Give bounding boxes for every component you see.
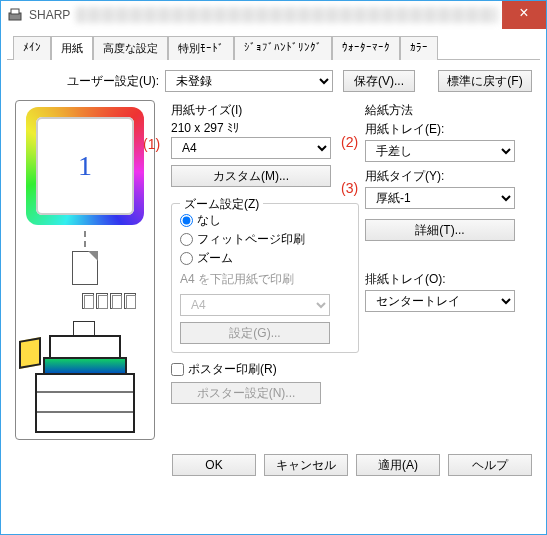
paper-type-label: 用紙タイプ(Y): [365, 168, 532, 185]
zoom-hint: A4 を下記用紙で印刷 [180, 271, 350, 288]
ok-button[interactable]: OK [172, 454, 256, 476]
help-button[interactable]: ヘルプ [448, 454, 532, 476]
paper-size-label: 用紙サイズ(I) [171, 102, 359, 119]
save-button[interactable]: 保存(V)... [343, 70, 415, 92]
zoom-radio-1[interactable] [180, 233, 193, 246]
annotation-2: (2) [341, 134, 358, 150]
zoom-group-label: ズーム設定(Z) [180, 196, 263, 213]
output-tray-label: 排紙トレイ(O): [365, 271, 532, 288]
tab-3[interactable]: 特別ﾓｰﾄﾞ [168, 36, 234, 60]
preview-page-number: 1 [36, 117, 134, 215]
printer-icon [25, 317, 145, 437]
paper-size-select[interactable]: A4 [171, 137, 331, 159]
zoom-option-label-2: ズーム [197, 250, 233, 267]
tab-5[interactable]: ｳｫｰﾀｰﾏｰｸ [332, 36, 400, 60]
annotation-1: (1) [143, 136, 160, 152]
zoom-settings-button: 設定(G)... [180, 322, 330, 344]
zoom-target-select: A4 [180, 294, 330, 316]
paper-tray-label: 用紙トレイ(E): [365, 121, 532, 138]
printer-app-icon [7, 7, 23, 23]
title-obscured [76, 7, 498, 23]
svg-rect-1 [11, 9, 19, 14]
paper-type-select[interactable]: 厚紙-1 [365, 187, 515, 209]
feed-detail-button[interactable]: 詳細(T)... [365, 219, 515, 241]
tab-1[interactable]: 用紙 [51, 36, 93, 60]
copies-icon [20, 293, 150, 309]
poster-checkbox[interactable]: ポスター印刷(R) [171, 361, 359, 378]
user-settings-select[interactable]: 未登録 [165, 70, 333, 92]
tab-2[interactable]: 高度な設定 [93, 36, 168, 60]
zoom-option-1[interactable]: フィットページ印刷 [180, 231, 350, 248]
user-settings-label: ユーザー設定(U): [15, 73, 165, 90]
zoom-option-label-1: フィットページ印刷 [197, 231, 305, 248]
poster-settings-button: ポスター設定(N)... [171, 382, 321, 404]
tab-strip: ﾒｲﾝ用紙高度な設定特別ﾓｰﾄﾞｼﾞｮﾌﾞﾊﾝﾄﾞﾘﾝｸﾞｳｫｰﾀｰﾏｰｸｶﾗｰ [7, 29, 540, 60]
zoom-option-0[interactable]: なし [180, 212, 350, 229]
zoom-radio-0[interactable] [180, 214, 193, 227]
tab-6[interactable]: ｶﾗｰ [400, 36, 438, 60]
output-tray-select[interactable]: センタートレイ [365, 290, 515, 312]
custom-size-button[interactable]: カスタム(M)... [171, 165, 331, 187]
tab-0[interactable]: ﾒｲﾝ [13, 36, 51, 60]
poster-checkbox-input[interactable] [171, 363, 184, 376]
restore-defaults-button[interactable]: 標準に戻す(F) [438, 70, 532, 92]
zoom-option-2[interactable]: ズーム [180, 250, 350, 267]
cancel-button[interactable]: キャンセル [264, 454, 348, 476]
output-page-icon [72, 251, 98, 285]
zoom-radio-2[interactable] [180, 252, 193, 265]
titlebar: SHARP × [1, 1, 546, 29]
tab-4[interactable]: ｼﾞｮﾌﾞﾊﾝﾄﾞﾘﾝｸﾞ [234, 36, 332, 60]
zoom-option-label-0: なし [197, 212, 221, 229]
feed-method-label: 給紙方法 [365, 102, 532, 119]
apply-button[interactable]: 適用(A) [356, 454, 440, 476]
close-button[interactable]: × [502, 1, 546, 29]
page-preview-icon: 1 [26, 107, 144, 225]
preview-panel: 1 [15, 100, 155, 440]
paper-dims: 210 x 297 ﾐﾘ [171, 121, 359, 135]
annotation-3: (3) [341, 180, 358, 196]
poster-checkbox-label: ポスター印刷(R) [188, 361, 277, 378]
window-title: SHARP [29, 8, 76, 22]
paper-tray-select[interactable]: 手差し [365, 140, 515, 162]
